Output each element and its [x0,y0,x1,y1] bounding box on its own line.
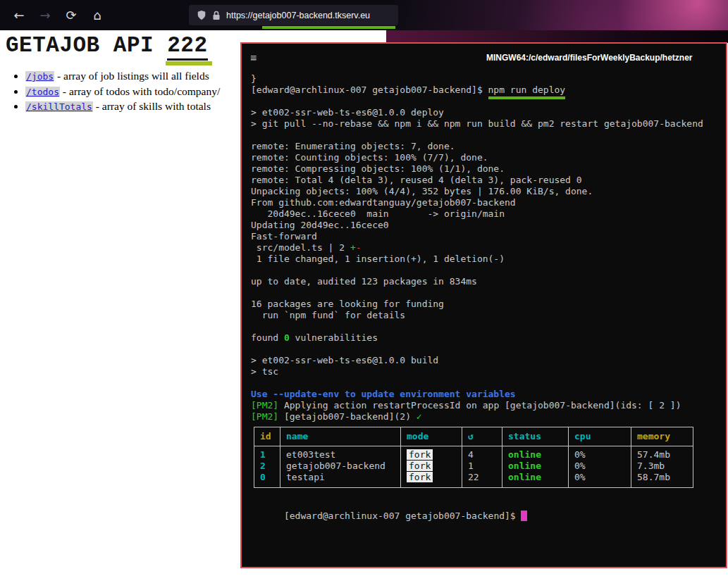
terminal-line: Use --update-env to update environment v… [251,389,720,400]
mode-badge: fork [407,472,433,482]
mode-badge: fork [407,449,433,460]
pm2-row: 0testapifork22online0%58.7mb [254,472,693,488]
terminal-line: remote: Counting objects: 100% (7/7), do… [251,152,720,163]
terminal-cursor [521,511,527,521]
lock-icon[interactable] [212,11,221,20]
shield-icon[interactable] [197,10,206,20]
reload-button[interactable]: ⟳ [61,5,82,26]
endpoint-list: /jobs - array of job listings will all f… [11,70,220,115]
terminal-title: MINGW64:/c/edward/filesForWeeklyBackup/h… [486,53,693,63]
terminal-line: [edward@archlinux-007 getajob007-backend… [251,84,720,96]
url-text: https://getajob007-backend.tkserv.eu [226,11,370,20]
mode-badge: fork [407,461,433,471]
pm2-header-mode: mode [401,427,462,446]
terminal-line [251,287,720,299]
endpoint-link-todos[interactable]: /todos [25,87,60,97]
terminal-line: src/model.ts | 2 +- [251,242,720,253]
url-annotation-underline [262,26,395,29]
pm2-header-memory: memory [631,427,693,446]
terminal-window[interactable]: ≡ MINGW64:/c/edward/filesForWeeklyBackup… [240,42,727,568]
terminal-line: From github.com:edwardtanguay/getajob007… [251,197,720,208]
terminal-line: > et002-ssr-web-ts-es6@1.0.0 build [251,355,720,366]
terminal-line: > tsc [251,366,720,377]
terminal-line: } [251,73,720,84]
terminal-line: 1 file changed, 1 insertion(+), 1 deleti… [251,253,720,265]
terminal-line [251,265,720,276]
pm2-header-id: id [254,427,280,446]
terminal-line: 20d49ec..16cece0 main -> origin/main [251,208,720,220]
terminal-line: found 0 vulnerabilities [251,332,720,344]
list-item: /jobs - array of job listings will all f… [25,70,220,82]
endpoint-desc: - array of todos with todo/company/ [60,85,220,97]
list-item: /todos - array of todos with todo/compan… [25,85,220,98]
endpoint-link-jobs[interactable]: /jobs [25,71,54,82]
terminal-line: [PM2] [getajob007-backend](2) ✓ [251,411,720,422]
terminal-lines: }[edward@archlinux-007 getajob007-backen… [251,73,720,422]
forward-button[interactable]: → [35,5,56,26]
pm2-row: 1et003testfork4online0%57.4mb [254,446,693,461]
terminal-line: 16 packages are looking for funding [251,299,720,310]
terminal-line [251,377,720,389]
terminal-body[interactable]: }[edward@archlinux-007 getajob007-backen… [242,72,726,533]
endpoint-desc: - array of job listings will all fields [54,70,209,82]
pm2-header-row: idnamemode↺statuscpumemory [254,427,693,446]
terminal-line: > et002-ssr-web-ts-es6@1.0.0 deploy [251,107,720,118]
pm2-header-name: name [280,427,401,446]
page-title: GETAJOB API 222 [6,33,208,58]
terminal-line: Updating 20d49ec..16cece0 [251,220,720,231]
pm2-table: idnamemode↺statuscpumemory 1et003testfor… [254,427,693,488]
browser-toolbar: ← → ⟳ ⌂ https://getajob007-backend.tkser… [0,0,728,30]
menu-icon[interactable]: ≡ [250,51,257,64]
terminal-line: up to date, audited 123 packages in 834m… [251,276,720,287]
terminal-titlebar: ≡ MINGW64:/c/edward/filesForWeeklyBackup… [242,44,726,72]
terminal-line: remote: Compressing objects: 100% (1/1),… [251,163,720,175]
back-button[interactable]: ← [8,5,30,26]
list-item: /skillTotals - array of skills with tota… [25,100,220,113]
terminal-line: Unpacking objects: 100% (4/4), 352 bytes… [251,186,720,197]
terminal-line: remote: Enumerating objects: 7, done. [251,141,720,152]
terminal-line: run `npm fund` for details [251,310,720,321]
terminal-line [251,130,720,141]
terminal-line: [PM2] Applying action restartProcessId o… [251,400,720,411]
page-title-number: 222 [167,33,207,61]
theme-strip [386,30,728,43]
endpoint-link-skilltotals[interactable]: /skillTotals [25,101,93,112]
browser-theme-art [390,0,728,30]
pm2-header-status: status [502,427,569,446]
url-bar[interactable]: https://getajob007-backend.tkserv.eu [189,5,398,25]
terminal-line [251,96,720,107]
terminal-line: remote: Total 4 (delta 3), reused 4 (del… [251,175,720,186]
pm2-header-cpu: cpu [569,427,631,446]
terminal-line: Fast-forward [251,231,720,242]
home-button[interactable]: ⌂ [87,5,108,26]
terminal-line [251,344,720,355]
pm2-row: 2getajob007-backendfork1online0%7.3mb [254,461,693,472]
terminal-prompt: [edward@archlinux-007 getajob007-backend… [284,511,516,521]
terminal-line: > git pull --no-rebase && npm i && npm r… [251,118,720,130]
terminal-line [251,321,720,332]
terminal-prompt-line: [edward@archlinux-007 getajob007-backend… [251,499,720,533]
pm2-table-body: 1et003testfork4online0%57.4mb2getajob007… [254,446,693,488]
pm2-header-restarts: ↺ [462,427,502,446]
endpoint-desc: - array of skills with totals [93,100,211,112]
